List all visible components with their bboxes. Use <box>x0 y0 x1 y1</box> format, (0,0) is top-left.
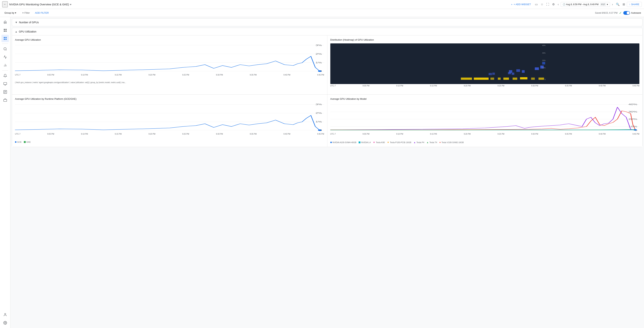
clock-icon: 🕐 <box>563 3 566 6</box>
autosave-switch[interactable] <box>623 11 630 15</box>
gpu-count-header[interactable]: ▼ Number of GPUs <box>12 19 642 26</box>
v100-plus: + <box>440 141 441 144</box>
avg-gpu-util-model-svg: 40% 30% 20% 10% 0 <box>330 102 640 132</box>
k80-triangle: ▼ <box>373 141 375 144</box>
a100-label: NVIDIA A100-SXM4-40GB <box>332 141 356 143</box>
svg-text:2%: 2% <box>316 112 322 114</box>
svg-rect-44 <box>535 67 539 70</box>
timezone-badge: PST <box>600 3 606 6</box>
svg-text:20%: 20% <box>542 59 546 61</box>
share-label: SHARE <box>631 3 640 6</box>
svg-rect-4 <box>4 37 5 38</box>
svg-rect-7 <box>5 39 6 40</box>
present-button[interactable]: ▭ <box>534 1 539 7</box>
svg-point-64 <box>318 129 322 131</box>
sidebar-item-trace[interactable] <box>2 53 9 61</box>
sidebar-item-services[interactable] <box>2 96 9 104</box>
a100-dot <box>330 142 332 143</box>
share-button[interactable]: ↑ SHARE <box>627 2 642 7</box>
search-button[interactable]: 🔍 <box>615 1 621 7</box>
star-button[interactable]: ☆ <box>540 1 544 7</box>
filter-label: Filter <box>24 11 30 14</box>
prev-button[interactable]: ‹ <box>556 2 560 7</box>
more-button[interactable]: ⊞ <box>622 1 626 7</box>
gke-label: GKE <box>26 141 31 143</box>
gke-square <box>24 141 26 143</box>
gpu-utilization-section: ▲ GPU Utilization Average GPU Utilizatio… <box>12 28 642 147</box>
legend-v100: + Tesla V100-SXM2-16GB <box>440 141 464 144</box>
sidebar <box>0 17 10 328</box>
saved-text: Saved 8/9/23, 6:37 PM <box>595 12 618 14</box>
gpu-utilization-header[interactable]: ▲ GPU Utilization <box>12 28 642 35</box>
plus-icon: ＋ <box>510 3 513 6</box>
sidebar-item-home[interactable] <box>2 18 9 26</box>
add-filter-button[interactable]: ADD FILTER <box>34 11 50 15</box>
svg-rect-12 <box>4 82 7 85</box>
group-by-arrow: ▾ <box>15 11 16 14</box>
svg-rect-49 <box>488 73 492 75</box>
group-by-button[interactable]: Group by ▾ <box>3 11 18 15</box>
svg-text:3%: 3% <box>316 44 322 46</box>
svg-point-21 <box>4 323 6 324</box>
charts-grid: Average GPU Utilization 3% 2% 1% <box>12 35 642 147</box>
avg-gpu-util-svg: 3% 2% 1% 0 <box>15 43 324 73</box>
sidebar-item-explore[interactable] <box>2 45 9 53</box>
sidebar-item-settings[interactable] <box>2 319 9 327</box>
l4-square <box>358 141 360 143</box>
avg-gpu-util-query: { fetch gce_instance | metric 'agent.goo… <box>15 81 324 83</box>
autosave-toggle[interactable]: Autosave <box>623 11 641 15</box>
model-legend: NVIDIA A100-SXM4-40GB NVIDIA L4 ▼ Tesla … <box>330 141 640 144</box>
next-button[interactable]: › <box>611 2 614 7</box>
sidebar-item-user[interactable] <box>2 311 9 319</box>
avg-gpu-util-platform-title: Average GPU Utilization by Runtime Platf… <box>15 97 324 100</box>
sidebar-item-bar[interactable] <box>2 61 9 69</box>
page-title: NVIDIA GPU Monitoring Overview (GCE & GK… <box>9 3 508 6</box>
content-area: ▼ Number of GPUs ▲ GPU Utilization Avera… <box>10 17 644 328</box>
svg-rect-48 <box>512 73 514 75</box>
svg-text:3%: 3% <box>316 103 322 105</box>
title-dropdown-arrow[interactable]: ▾ <box>70 3 71 6</box>
sidebar-item-metrics[interactable] <box>2 35 9 42</box>
avg-gpu-util-platform-svg: 3% 2% 1% 0 <box>15 102 324 132</box>
svg-rect-50 <box>492 73 495 75</box>
avg-gpu-util-chart: 3% 2% 1% 0 UTC-7 9:05 PM 9:10 <box>15 43 324 80</box>
sidebar-item-logs[interactable] <box>2 88 9 96</box>
legend-t4: ▲ Tesla T4 <box>426 141 437 144</box>
t4-label: Tesla T4 <box>430 141 437 143</box>
add-widget-label: + ADD WIDGET <box>514 3 531 6</box>
p100-triangle: ▼ <box>387 141 389 144</box>
avg-gpu-util-model-title: Average GPU Utilization by Model <box>330 97 640 100</box>
legend-p100: ▼ Tesla P100-PCIE-16GB <box>387 141 411 144</box>
filter-button[interactable]: ≡ Filter <box>21 11 31 15</box>
p100-label: Tesla P100-PCIE-16GB <box>390 141 412 143</box>
svg-rect-36 <box>503 78 509 80</box>
svg-text:40%: 40% <box>542 44 546 46</box>
time-range-selector[interactable]: 🕐 Aug 8, 8:59 PM - Aug 8, 9:49 PM PST ▾ <box>561 2 610 7</box>
top-nav: ← NVIDIA GPU Monitoring Overview (GCE & … <box>0 0 644 9</box>
gpu-count-collapse-icon: ▼ <box>15 21 18 24</box>
sidebar-divider-1 <box>2 43 8 44</box>
svg-rect-1 <box>5 29 6 30</box>
svg-text:10%: 10% <box>542 67 546 69</box>
heatmap-chart: 40% 30% 20% 10% 0 UTC-7 9:05 PM 9:10 PM <box>330 43 640 91</box>
gpu-util-collapse-icon: ▲ <box>15 30 18 33</box>
svg-rect-46 <box>542 62 545 64</box>
t4-triangle: ▲ <box>426 141 429 144</box>
svg-rect-39 <box>531 78 535 80</box>
heatmap-svg: 40% 30% 20% 10% 0 <box>330 43 640 84</box>
back-button[interactable]: ← <box>2 1 8 7</box>
svg-text:30%: 30% <box>628 111 637 113</box>
sidebar-item-monitor[interactable] <box>2 80 9 87</box>
k80-label: Tesla K80 <box>376 141 385 143</box>
add-widget-button[interactable]: ＋ + ADD WIDGET <box>509 2 532 7</box>
svg-rect-5 <box>5 37 6 38</box>
svg-rect-43 <box>522 70 524 73</box>
svg-rect-47 <box>508 72 511 74</box>
svg-rect-35 <box>498 78 500 80</box>
fullscreen-button[interactable]: ⛶ <box>545 2 550 7</box>
sidebar-item-alerts[interactable] <box>2 72 9 79</box>
sidebar-item-dashboard[interactable] <box>2 26 9 34</box>
settings-button[interactable]: ⚙ <box>551 1 556 7</box>
heatmap-title: Distribution (Heatmap) of GPU Utilizatio… <box>330 38 640 41</box>
title-text: NVIDIA GPU Monitoring Overview (GCE & GK… <box>9 3 69 6</box>
